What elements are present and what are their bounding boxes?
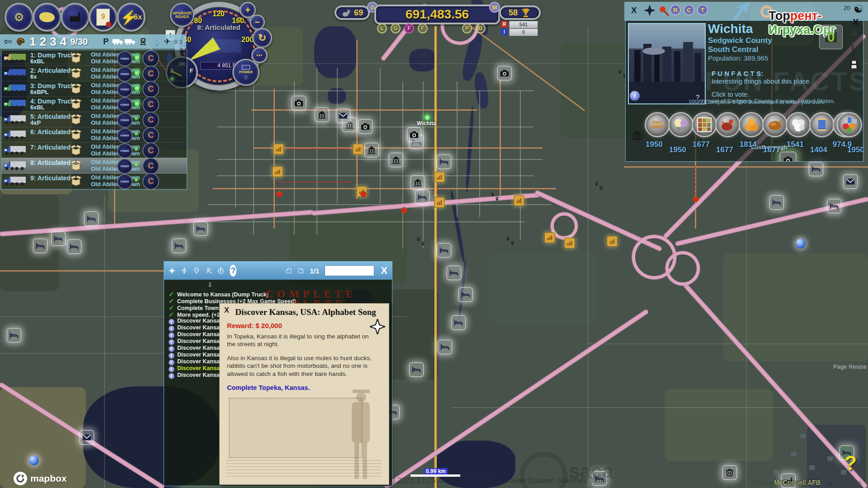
bank-icon[interactable] xyxy=(364,143,379,157)
hotel-icon[interactable] xyxy=(193,221,208,236)
business-icon[interactable] xyxy=(514,195,524,206)
pause-icon[interactable]: | | xyxy=(852,43,853,59)
power-badge[interactable]: POWER xyxy=(117,51,132,66)
page-tab-3[interactable]: 3 xyxy=(50,35,56,49)
produce-icon[interactable] xyxy=(400,206,408,214)
prev-page-icon[interactable] xyxy=(285,265,292,277)
mail-icon[interactable] xyxy=(80,430,94,445)
product-poultry[interactable] xyxy=(715,112,741,137)
city-photo[interactable] xyxy=(628,23,706,104)
m-badge[interactable]: M xyxy=(489,2,500,13)
hotel-icon[interactable] xyxy=(84,211,99,226)
hotel-icon[interactable] xyxy=(437,155,451,169)
badge-g[interactable]: G xyxy=(391,23,401,33)
power-badge[interactable]: POWER xyxy=(117,66,132,82)
c-badge[interactable]: C xyxy=(142,66,159,82)
hotel-icon[interactable] xyxy=(438,340,452,354)
product-roast-chicken[interactable] xyxy=(762,112,788,137)
parking-toggle[interactable]: P xyxy=(103,37,108,47)
quest-item[interactable]: ✓Complete Towns xyxy=(169,304,222,311)
quest-item[interactable]: iDiscover Kansas xyxy=(169,331,223,338)
production-menu-button[interactable]: ⚙ xyxy=(5,3,33,32)
power-badge[interactable]: POWER xyxy=(117,143,132,159)
truck-row[interactable]: 2: Articulated 6x Old Abilene Town Old A… xyxy=(1,66,187,81)
truck-row[interactable]: 1: Dump Truck 6xBL Old Abilene Town Old … xyxy=(1,50,187,66)
truck-row[interactable]: 7: Articulated Old Abilene Town Old Abil… xyxy=(1,142,187,158)
info-icon[interactable]: i xyxy=(630,91,640,101)
hotel-icon[interactable] xyxy=(415,190,429,204)
hotel-icon[interactable] xyxy=(67,239,81,254)
globe-icon[interactable] xyxy=(29,455,39,465)
popup-action-link[interactable]: Complete Topeka, Kansas. xyxy=(227,384,310,391)
paw-icon[interactable] xyxy=(414,235,428,248)
mapbox-logo[interactable]: mapbox xyxy=(14,472,67,485)
power-badge[interactable]: POWER xyxy=(117,82,132,97)
paw-icon[interactable] xyxy=(504,234,517,248)
page-tab-1[interactable]: 1 xyxy=(29,35,36,49)
quest-item[interactable]: iDiscover Kansas xyxy=(169,345,223,352)
r-mode-badge[interactable]: R xyxy=(670,5,681,15)
c-badge[interactable]: C xyxy=(142,112,159,128)
business-icon[interactable] xyxy=(273,144,284,155)
yinyang-icon[interactable]: ☯ xyxy=(854,3,863,15)
page-resize-label[interactable]: Page Resize xyxy=(833,363,867,370)
product-light-bulbs[interactable] xyxy=(668,112,693,137)
c-badge[interactable]: C xyxy=(142,173,159,190)
close-panel-icon[interactable]: X xyxy=(853,17,859,28)
c-badge[interactable]: C xyxy=(142,142,159,159)
truck-row[interactable]: 6: Articulated Old Abilene Town Old Abil… xyxy=(1,127,187,143)
bank-icon[interactable] xyxy=(410,175,425,190)
upgrade-roads-button[interactable]: UPGRADE ROADS xyxy=(170,3,194,27)
business-icon[interactable] xyxy=(434,197,445,208)
power-badge[interactable]: POWER xyxy=(117,174,132,189)
power-badge[interactable]: POWER xyxy=(117,113,132,128)
camera-icon[interactable] xyxy=(497,66,512,80)
back-icon[interactable]: ⇦ xyxy=(4,36,12,47)
hotel-icon[interactable] xyxy=(172,239,186,253)
c-mode-badge[interactable]: C xyxy=(684,5,694,15)
truck-row[interactable]: 4: Dump Truck 6xBL Old Abilene Town Old … xyxy=(1,96,187,112)
bank-icon[interactable] xyxy=(315,108,329,122)
save-icon[interactable] xyxy=(849,60,859,70)
badge-b[interactable]: B xyxy=(476,23,486,33)
business-icon[interactable] xyxy=(353,144,363,155)
badge-f-active[interactable]: F xyxy=(404,23,414,33)
power-badge[interactable]: POWER xyxy=(117,159,132,174)
quest-item-selected[interactable]: iDiscover Kansas xyxy=(169,365,223,372)
popup-close-icon[interactable]: X xyxy=(224,306,229,314)
plane-filter-icon[interactable]: ✈ xyxy=(164,37,170,47)
produce-icon[interactable] xyxy=(692,194,700,202)
compass-star-icon[interactable] xyxy=(644,5,656,16)
factory-menu-button[interactable] xyxy=(61,3,90,32)
contracts-menu-button[interactable]: 9 xyxy=(89,3,118,32)
badge-f[interactable]: F xyxy=(418,23,428,33)
hotel-icon[interactable] xyxy=(437,243,451,258)
paw-icon[interactable] xyxy=(592,179,606,192)
vote-link[interactable]: Click to vote. xyxy=(712,91,749,98)
bank-icon[interactable] xyxy=(389,153,403,167)
mail-icon[interactable] xyxy=(843,174,858,189)
page-tab-2[interactable]: 2 xyxy=(40,35,46,49)
business-icon[interactable] xyxy=(544,232,555,243)
boost-menu-button[interactable]: ⚡ 6x xyxy=(117,3,146,32)
hotel-icon[interactable] xyxy=(451,315,466,330)
business-icon[interactable] xyxy=(564,238,575,249)
train-filter-icon[interactable] xyxy=(139,38,147,46)
quest-item[interactable]: iDiscover Kansas xyxy=(169,358,223,366)
mail-icon[interactable] xyxy=(336,108,350,123)
construction-worker-icon[interactable] xyxy=(205,265,212,277)
help-question-mark[interactable]: ? xyxy=(844,452,857,474)
next-page-icon[interactable] xyxy=(297,265,304,277)
town-marker[interactable] xyxy=(425,115,430,120)
paw-icon[interactable] xyxy=(488,190,502,203)
globe-icon[interactable] xyxy=(796,239,806,249)
ship-filter-icon[interactable]: ⚓ xyxy=(151,37,160,47)
badge-l[interactable]: L xyxy=(377,23,387,33)
business-icon[interactable] xyxy=(272,166,283,177)
quest-item[interactable]: iDiscover Kansas xyxy=(169,352,223,359)
power-badge[interactable]: POWER xyxy=(117,128,132,143)
truck-filter-icon-2[interactable] xyxy=(124,38,136,46)
palette-icon[interactable] xyxy=(15,36,26,47)
lightbulb-icon[interactable] xyxy=(193,265,200,277)
c-badge[interactable]: C xyxy=(142,158,159,174)
